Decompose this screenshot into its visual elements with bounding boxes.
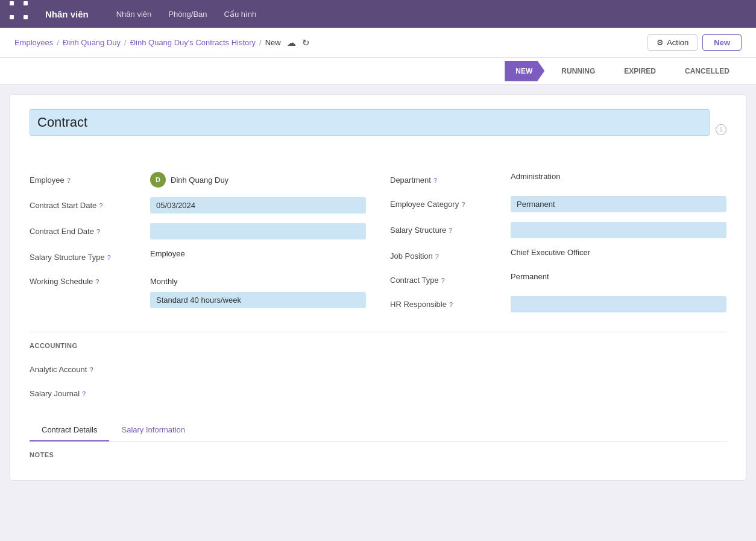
hr-responsible-row: HR Responsible ? bbox=[390, 291, 726, 317]
new-button[interactable]: New bbox=[702, 34, 742, 51]
employee-name: Đinh Quang Duy bbox=[171, 176, 228, 185]
tab-salary-information[interactable]: Salary Information bbox=[109, 419, 197, 441]
brand-name: Nhân viên bbox=[45, 9, 89, 19]
info-icon[interactable]: i bbox=[716, 124, 726, 135]
job-position-value: Chief Executive Officer bbox=[511, 248, 726, 257]
main-content: i Employee ? D Đinh Qu bbox=[0, 84, 756, 541]
salary-structure-row: Salary Structure ? bbox=[390, 217, 726, 243]
tab-contract-details[interactable]: Contract Details bbox=[30, 419, 109, 441]
department-text: Administration bbox=[511, 168, 560, 185]
contract-type-row: Contract Type ? Permanent bbox=[390, 267, 726, 291]
contract-type-label: Contract Type ? bbox=[390, 272, 511, 285]
accounting-section-label: ACCOUNTING bbox=[30, 342, 726, 349]
form-card: i Employee ? D Đinh Qu bbox=[10, 94, 746, 481]
department-help[interactable]: ? bbox=[433, 177, 437, 184]
schedule-monthly: Monthly bbox=[150, 273, 366, 289]
working-schedule-help[interactable]: ? bbox=[95, 278, 99, 285]
status-new[interactable]: NEW bbox=[505, 61, 544, 81]
salary-journal-row: Salary Journal ? bbox=[30, 381, 726, 405]
breadcrumb-icons: ☁ ↻ bbox=[287, 37, 310, 48]
contract-title-row: i bbox=[30, 109, 726, 150]
salary-structure-value bbox=[511, 222, 726, 238]
status-bar: NEW RUNNING EXPIRED CANCELLED bbox=[0, 58, 756, 84]
salary-structure-input[interactable] bbox=[511, 222, 726, 238]
schedule-hours-input[interactable] bbox=[150, 292, 366, 308]
job-position-row: Job Position ? Chief Executive Officer bbox=[390, 243, 726, 267]
sep2: / bbox=[124, 38, 127, 47]
end-date-field-row: Contract End Date ? bbox=[30, 218, 366, 244]
employee-label: Employee ? bbox=[30, 172, 150, 185]
job-position-help[interactable]: ? bbox=[435, 253, 439, 260]
breadcrumb-contracts[interactable]: Đinh Quang Duy's Contracts History bbox=[130, 38, 256, 47]
job-position-label: Job Position ? bbox=[390, 248, 511, 261]
analytic-account-label: Analytic Account ? bbox=[30, 361, 150, 374]
status-cancelled[interactable]: CANCELLED bbox=[668, 61, 742, 81]
end-date-value bbox=[150, 223, 366, 239]
salary-journal-label: Salary Journal ? bbox=[30, 385, 150, 398]
sep3: / bbox=[259, 38, 262, 47]
top-nav-menu: Nhân viên Phòng/Ban Cấu hình bbox=[108, 0, 265, 28]
start-date-label: Contract Start Date ? bbox=[30, 197, 150, 210]
app-grid-icon[interactable] bbox=[10, 1, 36, 27]
nav-nhan-vien[interactable]: Nhân viên bbox=[108, 0, 160, 28]
status-running[interactable]: RUNNING bbox=[544, 61, 607, 81]
department-label: Department ? bbox=[390, 172, 511, 185]
contract-title-input[interactable] bbox=[30, 109, 710, 136]
hr-responsible-label: HR Responsible ? bbox=[390, 296, 511, 309]
nav-phong-ban[interactable]: Phòng/Ban bbox=[160, 0, 215, 28]
working-schedule-label: Working Schedule ? bbox=[30, 273, 150, 286]
contract-type-help[interactable]: ? bbox=[441, 277, 445, 284]
notes-label: NOTES bbox=[30, 451, 726, 458]
breadcrumb-bar: Employees / Đinh Quang Duy / Đinh Quang … bbox=[0, 28, 756, 58]
schedule-col: Monthly bbox=[150, 273, 366, 308]
working-schedule-row: Working Schedule ? Monthly bbox=[30, 268, 366, 313]
salary-structure-type-row: Salary Structure Type ? Employee bbox=[30, 244, 366, 268]
notes-section: NOTES bbox=[30, 451, 726, 458]
breadcrumb: Employees / Đinh Quang Duy / Đinh Quang … bbox=[14, 38, 281, 47]
tabs-row: Contract Details Salary Information bbox=[30, 419, 726, 441]
accounting-divider bbox=[30, 332, 726, 332]
breadcrumb-right: ⚙ Action New bbox=[647, 34, 742, 51]
start-date-help[interactable]: ? bbox=[99, 202, 102, 209]
contract-type-value: Permanent bbox=[511, 272, 726, 281]
employee-badge: D Đinh Quang Duy bbox=[150, 172, 366, 188]
end-date-help[interactable]: ? bbox=[96, 228, 100, 235]
cloud-icon[interactable]: ☁ bbox=[287, 37, 296, 48]
hr-responsible-input[interactable] bbox=[511, 296, 726, 312]
start-date-field-row: Contract Start Date ? bbox=[30, 192, 366, 218]
employee-help[interactable]: ? bbox=[67, 177, 71, 184]
start-date-value bbox=[150, 197, 366, 214]
employee-category-input[interactable] bbox=[511, 196, 726, 212]
end-date-input[interactable] bbox=[150, 223, 366, 239]
form-grid: Employee ? D Đinh Quang Duy bbox=[30, 167, 726, 317]
salary-structure-type-text: Employee bbox=[150, 245, 185, 262]
breadcrumb-employee-name[interactable]: Đinh Quang Duy bbox=[63, 38, 121, 47]
status-expired[interactable]: EXPIRED bbox=[607, 61, 668, 81]
right-column: Department ? Administration Employee Cat… bbox=[390, 167, 726, 317]
employee-value: D Đinh Quang Duy bbox=[150, 172, 366, 188]
analytic-account-row: Analytic Account ? bbox=[30, 356, 726, 381]
working-schedule-value: Monthly bbox=[150, 273, 366, 308]
hr-responsible-help[interactable]: ? bbox=[449, 301, 453, 308]
department-row: Department ? Administration bbox=[390, 167, 726, 191]
end-date-label: Contract End Date ? bbox=[30, 223, 150, 236]
action-button[interactable]: ⚙ Action bbox=[647, 34, 698, 51]
analytic-account-help[interactable]: ? bbox=[89, 366, 93, 373]
breadcrumb-current: New bbox=[265, 38, 281, 47]
salary-structure-type-value: Employee bbox=[150, 249, 366, 258]
department-value: Administration bbox=[511, 172, 726, 181]
salary-structure-type-help[interactable]: ? bbox=[107, 254, 111, 261]
employee-category-help[interactable]: ? bbox=[461, 201, 465, 208]
undo-icon[interactable]: ↻ bbox=[302, 37, 310, 48]
avatar: D bbox=[150, 172, 166, 188]
salary-structure-label: Salary Structure ? bbox=[390, 222, 511, 235]
start-date-input[interactable] bbox=[150, 197, 366, 214]
hr-responsible-value bbox=[511, 296, 726, 312]
breadcrumb-employees[interactable]: Employees bbox=[14, 38, 53, 47]
salary-structure-help[interactable]: ? bbox=[449, 227, 452, 234]
nav-cau-hinh[interactable]: Cấu hình bbox=[216, 0, 265, 28]
sep1: / bbox=[57, 38, 59, 47]
job-position-text: Chief Executive Officer bbox=[511, 244, 590, 261]
salary-journal-help[interactable]: ? bbox=[82, 390, 86, 397]
gear-icon: ⚙ bbox=[657, 38, 664, 47]
